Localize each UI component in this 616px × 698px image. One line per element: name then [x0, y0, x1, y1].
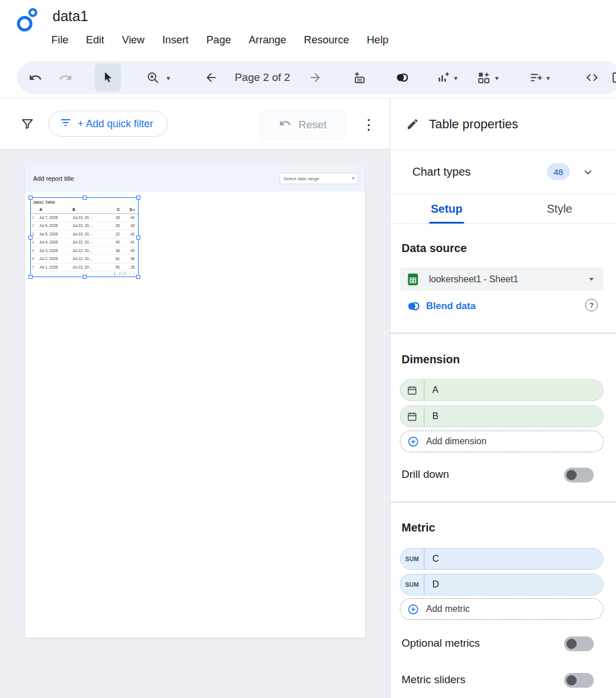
filter-list-icon [59, 116, 72, 132]
reset-undo-icon [279, 117, 291, 132]
metric-sliders-toggle[interactable] [564, 673, 594, 688]
column-header-c[interactable]: C [106, 208, 122, 212]
menu-view[interactable]: View [122, 34, 145, 46]
date-range-label: Select date range [283, 176, 319, 181]
drill-down-toggle[interactable] [564, 468, 594, 482]
dropdown-caret-icon [586, 274, 597, 284]
properties-panel: Table properties Chart types 48 Setup St… [390, 98, 616, 698]
table-row: 7 Jul 1, 2025 Jul 22, 20… 50 25 [31, 263, 138, 272]
add-chart-caret-icon[interactable]: ▾ [454, 74, 457, 82]
table-header-row: A B C D▾ [31, 206, 138, 214]
looker-studio-logo-icon[interactable] [16, 7, 40, 34]
metric-chip-d[interactable]: SUM D [400, 574, 603, 595]
section-divider [390, 501, 616, 503]
chevron-down-icon[interactable] [582, 166, 594, 178]
menu-file[interactable]: File [51, 34, 68, 46]
menubar: File Edit View Insert Page Arrange Resou… [51, 34, 388, 46]
table-row: 4 Jul 4, 2025 Jul 22, 20… 40 41 [31, 238, 138, 247]
column-header-d[interactable]: D▾ [122, 208, 137, 212]
resize-handle[interactable] [136, 275, 140, 279]
pagination-prev-icon[interactable]: ‹ [129, 271, 131, 277]
add-dimension-label: Add dimension [426, 436, 487, 447]
chart-types-row[interactable]: Chart types 48 [390, 150, 616, 194]
redo-icon[interactable] [59, 71, 72, 84]
report-page[interactable]: Add report title Select date range ▾ dat… [25, 165, 365, 638]
panel-title: Table properties [429, 117, 518, 132]
dimension-chip-a[interactable]: A [400, 379, 603, 401]
tab-style[interactable]: Style [503, 194, 616, 224]
add-control-caret-icon[interactable]: ▾ [495, 74, 499, 82]
aggregation-label[interactable]: SUM [400, 549, 424, 569]
clipped-toolbar-icon[interactable] [611, 71, 616, 84]
add-filter-icon[interactable] [529, 71, 543, 84]
menu-help[interactable]: Help [367, 34, 388, 46]
resize-handle[interactable] [83, 196, 87, 200]
metric-chip-label: C [424, 554, 439, 564]
dimension-chip-label: B [424, 411, 439, 421]
code-icon[interactable] [585, 71, 599, 84]
dimension-chip-b[interactable]: B [400, 405, 603, 427]
add-filter-caret-icon[interactable]: ▾ [546, 74, 550, 82]
help-icon[interactable]: ? [585, 299, 598, 311]
column-header-a[interactable]: A [38, 208, 71, 212]
resize-handle[interactable] [83, 275, 87, 279]
select-tool-active[interactable] [95, 63, 121, 92]
undo-icon[interactable] [29, 71, 42, 84]
zoom-caret-icon[interactable]: ▾ [167, 74, 170, 82]
add-page-icon[interactable] [352, 71, 366, 84]
data-source-name: lookersheet1 - Sheet1 [429, 274, 518, 285]
aggregation-label[interactable]: SUM [400, 574, 424, 595]
resize-handle[interactable] [29, 275, 33, 279]
more-options-icon[interactable]: ⋮ [362, 116, 373, 133]
resize-handle[interactable] [136, 236, 140, 240]
reset-button[interactable]: Reset [260, 110, 346, 139]
add-chart-icon[interactable] [437, 71, 451, 84]
add-dimension-button[interactable]: Add dimension [400, 431, 603, 452]
dimension-heading: Dimension [402, 353, 460, 366]
table-row: 5 Jul 3, 2025 Jul 22, 20… 36 40 [31, 247, 138, 255]
date-range-control[interactable]: Select date range ▾ [279, 173, 358, 184]
menu-edit[interactable]: Edit [86, 34, 104, 46]
filter-funnel-icon[interactable] [21, 117, 34, 131]
table-row: 1 Jul 7, 2025 Jul 23, 20… 33 44 [31, 214, 138, 222]
menu-page[interactable]: Page [206, 34, 231, 46]
menu-insert[interactable]: Insert [162, 34, 188, 46]
column-header-b[interactable]: B [71, 208, 106, 212]
metric-chip-c[interactable]: SUM C [400, 548, 603, 570]
data-source-selector[interactable]: lookersheet1 - Sheet1 [400, 267, 603, 291]
resize-handle[interactable] [29, 236, 33, 240]
report-canvas[interactable]: Add report title Select date range ▾ dat… [0, 149, 390, 698]
add-quick-filter-button[interactable]: + Add quick filter [48, 111, 168, 137]
tab-setup[interactable]: Setup [390, 194, 503, 224]
date-range-caret-icon: ▾ [352, 176, 354, 181]
google-sheets-icon [406, 272, 420, 287]
pagination-next-icon[interactable]: › [133, 271, 135, 277]
blend-data-icon[interactable] [395, 71, 409, 84]
chart-types-label: Chart types [412, 165, 471, 178]
menu-resource[interactable]: Resource [304, 34, 349, 46]
table-row: 2 Jul 6, 2025 Jul 23, 20… 25 43 [31, 222, 138, 230]
add-control-icon[interactable] [477, 71, 491, 84]
drill-down-label: Drill down [402, 468, 449, 481]
blend-data-label: Blend data [426, 301, 476, 312]
menu-arrange[interactable]: Arrange [249, 34, 286, 46]
blend-venn-icon [406, 299, 421, 313]
blend-data-link[interactable]: Blend data [406, 299, 476, 313]
next-page-icon[interactable] [309, 71, 322, 84]
resize-handle[interactable] [29, 196, 33, 200]
previous-page-icon[interactable] [204, 71, 218, 84]
resize-handle[interactable] [136, 196, 140, 200]
report-title[interactable]: data1 [52, 8, 88, 25]
table-chart-widget[interactable]: data1 Table A B C D▾ 1 Jul 7, 2025 Jul 2… [30, 197, 139, 277]
report-title-placeholder[interactable]: Add report title [33, 175, 74, 182]
add-metric-button[interactable]: Add metric [400, 598, 603, 620]
metric-sliders-label: Metric sliders [402, 673, 465, 686]
optional-metrics-toggle[interactable] [564, 636, 594, 651]
section-divider [390, 332, 616, 334]
dimension-chip-label: A [424, 385, 439, 395]
page-indicator[interactable]: Page 2 of 2 [227, 71, 298, 84]
add-quick-filter-label: + Add quick filter [78, 118, 153, 130]
zoom-icon[interactable] [146, 71, 160, 84]
app-header: data1 File Edit View Insert Page Arrange… [0, 0, 616, 57]
sort-desc-icon: ▾ [133, 208, 135, 212]
